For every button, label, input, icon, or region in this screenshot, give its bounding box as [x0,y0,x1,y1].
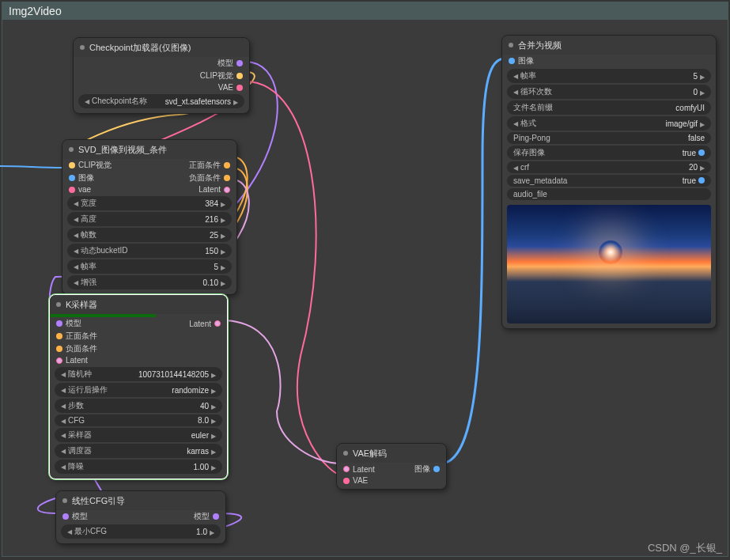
node-title: 合并为视频 [502,36,716,55]
widget-format[interactable]: 格式image/gif [507,116,711,131]
port-vae-in[interactable] [69,187,75,193]
widget-fps[interactable]: 帧率5 [507,69,711,83]
widget-crf[interactable]: crf20 [507,161,711,173]
output-label: 模型 [217,58,233,69]
preview-image [507,205,711,324]
widget-bucket[interactable]: 动态bucketID150 [67,244,232,258]
node-title: 线性CFG引导 [56,491,225,510]
widget-fps[interactable]: 帧率5 [67,259,232,274]
node-vae-decode[interactable]: VAE解码 Latent图像 VAE [336,443,447,490]
widget-prefix[interactable]: 文件名前缀comfyUI [507,100,711,115]
port-model-in[interactable] [62,513,69,520]
widget-frames[interactable]: 帧数25 [67,228,232,242]
widget-mincfg[interactable]: 最小CFG1.0 [61,524,221,539]
node-ksampler[interactable]: K采样器 模型Latent 正面条件 负面条件 Latent 随机种100731… [49,294,228,479]
widget-audio[interactable]: audio_file [507,188,711,200]
watermark: CSDN @_长银_ [648,541,722,555]
port-model-out[interactable] [213,513,219,520]
widget-steps[interactable]: 步数40 [55,399,222,413]
widget-metadata[interactable]: save_metadatatrue [507,175,711,187]
port-vae-in[interactable] [343,478,350,484]
widget-after[interactable]: 运行后操作randomize [55,383,222,397]
port-image-in[interactable] [509,58,515,64]
port-latent-in[interactable] [56,358,62,364]
widget-denoise[interactable]: 降噪1.00 [55,460,222,474]
widget-cfg[interactable]: CFG8.0 [55,414,222,426]
widget-pingpong[interactable]: Ping-Pongfalse [507,132,711,144]
node-title: SVD_图像到视频_条件 [62,140,236,159]
node-title: K采样器 [50,295,227,314]
widget-scheduler[interactable]: 调度器karras [55,444,222,458]
port-neg-in[interactable] [56,346,62,352]
node-video-combine[interactable]: 合并为视频 图像 帧率5 循环次数0 文件名前缀comfyUI 格式image/… [501,35,717,329]
widget-aug[interactable]: 增强0.10 [67,275,232,289]
node-title: VAE解码 [337,444,446,463]
port-model-out[interactable] [236,60,243,66]
port-model-in[interactable] [56,320,62,327]
port-latent-out[interactable] [224,187,230,193]
port-image-out[interactable] [433,466,440,472]
port-vae-out[interactable] [236,85,243,91]
widget-ckpt-name[interactable]: Checkpoint名称svd_xt.safetensors [78,94,244,108]
port-clip-in[interactable] [69,162,75,168]
node-linear-cfg[interactable]: 线性CFG引导 模型模型 最小CFG1.0 [55,490,226,544]
port-latent-out[interactable] [214,320,221,327]
widget-seed[interactable]: 随机种1007310144148205 [55,367,222,381]
output-label: VAE [218,83,233,92]
port-pos-out[interactable] [224,162,230,168]
node-svd-conditioning[interactable]: SVD_图像到视频_条件 CLIP视觉正面条件 图像负面条件 vaeLatent… [62,139,237,295]
port-pos-in[interactable] [56,333,62,339]
widget-save[interactable]: 保存图像true [507,146,711,160]
widget-sampler[interactable]: 采样器euler [55,428,222,442]
port-latent-in[interactable] [343,466,350,472]
widget-height[interactable]: 高度216 [67,212,232,226]
port-clip-out[interactable] [236,73,243,79]
group-title[interactable]: Img2Video [2,2,728,20]
widget-loop[interactable]: 循环次数0 [507,85,711,99]
port-neg-out[interactable] [224,175,230,181]
node-title: Checkpoint加载器(仅图像) [74,38,249,57]
port-image-in[interactable] [69,175,75,181]
node-checkpoint-loader[interactable]: Checkpoint加载器(仅图像) 模型 CLIP视觉 VAE Checkpo… [73,37,250,114]
output-label: CLIP视觉 [200,70,233,81]
widget-width[interactable]: 宽度384 [67,196,232,210]
